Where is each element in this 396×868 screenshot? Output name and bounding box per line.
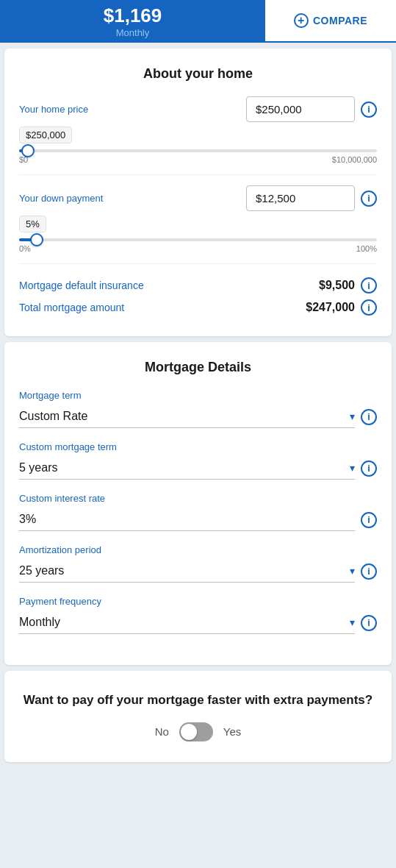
payment-freq-select-wrapper[interactable]: Monthly ▾ [19, 611, 355, 634]
home-price-tag: $250,000 [19, 127, 72, 143]
total-mortgage-info-icon[interactable]: i [361, 299, 377, 316]
payment-freq-chevron-icon: ▾ [350, 616, 355, 628]
down-payment-max: 100% [356, 244, 377, 253]
divider-2 [19, 263, 377, 264]
home-price-label: Your home price [19, 104, 88, 115]
monthly-amount: $1,169 [104, 4, 162, 27]
insurance-value-wrap: $9,500 i [319, 277, 377, 294]
toggle-yes-label: Yes [223, 725, 241, 738]
custom-term-label: Custom mortgage term [19, 441, 377, 452]
mortgage-term-field: Mortgage term Custom Rate ▾ i [19, 390, 377, 428]
payment-freq-info-icon[interactable]: i [361, 615, 377, 631]
interest-rate-label: Custom interest rate [19, 493, 377, 504]
payment-freq-label: Payment frequency [19, 596, 377, 607]
home-price-max: $10,000,000 [332, 155, 377, 164]
mortgage-term-info-icon[interactable]: i [361, 409, 377, 425]
payment-freq-row: Monthly ▾ i [19, 611, 377, 634]
compare-button[interactable]: + COMPARE [265, 0, 396, 43]
monthly-label: Monthly [116, 27, 150, 38]
payment-freq-value: Monthly [19, 616, 350, 629]
mortgage-term-chevron-icon: ▾ [350, 410, 355, 422]
down-payment-thumb[interactable] [30, 233, 43, 246]
custom-term-row: 5 years ▾ i [19, 457, 377, 480]
insurance-value: $9,500 [319, 279, 355, 292]
mortgage-term-select-wrapper[interactable]: Custom Rate ▾ [19, 405, 355, 428]
home-price-input[interactable] [246, 96, 355, 122]
header: $1,169 Monthly + COMPARE [0, 0, 396, 43]
home-price-track [19, 149, 377, 152]
down-payment-range: 0% 100% [19, 244, 377, 253]
total-mortgage-row: Total mortgage amount $247,000 i [19, 296, 377, 319]
amortization-field: Amortization period 25 years ▾ i [19, 544, 377, 583]
interest-rate-row: i [19, 508, 377, 531]
amortization-row: 25 years ▾ i [19, 560, 377, 583]
monthly-summary: $1,169 Monthly [0, 0, 265, 43]
custom-term-chevron-icon: ▾ [350, 462, 355, 474]
total-mortgage-value-wrap: $247,000 i [306, 299, 377, 316]
toggle-knob [181, 724, 197, 740]
down-payment-min: 0% [19, 244, 31, 253]
extra-payments-title: Want to pay off your mortgage faster wit… [19, 691, 377, 709]
toggle-no-label: No [155, 725, 169, 738]
custom-term-info-icon[interactable]: i [361, 460, 377, 477]
down-payment-input[interactable] [246, 185, 355, 211]
home-price-slider[interactable] [19, 149, 377, 152]
interest-rate-input[interactable] [19, 508, 355, 531]
compare-plus-icon: + [294, 13, 309, 28]
interest-rate-info-icon[interactable]: i [361, 512, 377, 528]
extra-payments-toggle-row: No Yes [19, 722, 377, 741]
down-payment-label: Your down payment [19, 193, 103, 204]
divider-1 [19, 174, 377, 175]
interest-rate-field: Custom interest rate i [19, 493, 377, 531]
home-price-thumb[interactable] [21, 144, 35, 157]
home-price-info-icon[interactable]: i [361, 102, 377, 118]
insurance-info-icon[interactable]: i [361, 277, 377, 294]
mortgage-details-card: Mortgage Details Mortgage term Custom Ra… [4, 342, 392, 665]
mortgage-details-title: Mortgage Details [19, 360, 377, 375]
total-mortgage-label: Total mortgage amount [19, 302, 124, 313]
home-price-slider-area: $250,000 $0 $10,000,000 [19, 127, 377, 164]
insurance-label: Mortgage default insurance [19, 280, 144, 291]
down-payment-tag: 5% [19, 216, 46, 232]
amortization-chevron-icon: ▾ [350, 565, 355, 577]
compare-label: COMPARE [313, 15, 367, 26]
insurance-row: Mortgage default insurance $9,500 i [19, 274, 377, 296]
down-payment-row: Your down payment i [19, 185, 377, 211]
mortgage-term-row: Custom Rate ▾ i [19, 405, 377, 428]
home-price-row: Your home price i [19, 96, 377, 122]
custom-term-value: 5 years [19, 461, 350, 474]
amortization-select-wrapper[interactable]: 25 years ▾ [19, 560, 355, 583]
down-payment-track [19, 238, 377, 241]
down-payment-input-wrap: i [246, 185, 377, 211]
custom-term-field: Custom mortgage term 5 years ▾ i [19, 441, 377, 480]
mortgage-term-label: Mortgage term [19, 390, 377, 401]
home-price-range: $0 $10,000,000 [19, 155, 377, 164]
down-payment-slider-area: 5% 0% 100% [19, 216, 377, 253]
total-mortgage-value: $247,000 [306, 301, 355, 314]
about-home-title: About your home [19, 66, 377, 82]
amortization-info-icon[interactable]: i [361, 563, 377, 580]
extra-payments-toggle[interactable] [179, 722, 213, 741]
about-home-card: About your home Your home price i $250,0… [4, 49, 392, 336]
amortization-value: 25 years [19, 564, 350, 577]
home-price-input-wrap: i [246, 96, 377, 122]
payment-freq-field: Payment frequency Monthly ▾ i [19, 596, 377, 634]
mortgage-term-value: Custom Rate [19, 410, 350, 423]
extra-payments-card: Want to pay off your mortgage faster wit… [4, 671, 392, 762]
custom-term-select-wrapper[interactable]: 5 years ▾ [19, 457, 355, 480]
down-payment-slider[interactable] [19, 238, 377, 241]
amortization-label: Amortization period [19, 544, 377, 555]
down-payment-info-icon[interactable]: i [361, 191, 377, 207]
